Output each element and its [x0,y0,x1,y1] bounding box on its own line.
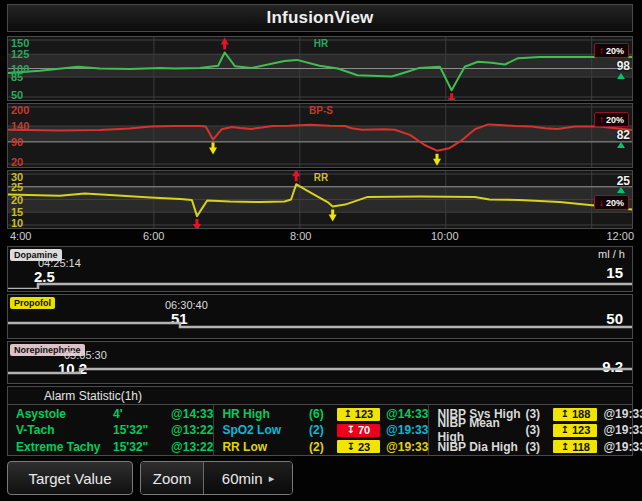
alarm-limit-value-box: ↧23 [337,440,380,453]
rr-deviation-value: 20% [606,198,624,208]
trend-down-icon: ↓ [599,198,604,208]
alarm-count: (3) [525,423,553,437]
rr-current-value: 25 [617,174,630,188]
parameter-alarm-row: NIBP Dia High(3)↥118@19:33 [429,439,642,454]
zoom-button[interactable]: Zoom [141,462,204,494]
title-bar: InfusionView [7,4,633,32]
rr-deviation-badge: ↓20% [594,195,629,210]
alarm-time: @19:33 [386,440,428,454]
alarm-time: @19:33 [603,423,642,437]
rr-plot: 3025201510RR [8,171,633,228]
alarm-extreme-value: 123 [572,424,590,436]
infusion-rate-step-line [8,247,632,289]
page-title: InfusionView [267,8,374,28]
y-axis-tick: 200 [11,104,29,116]
infusion-rate-step-line [8,342,632,381]
parameter-alarm-row: SpO2 Low(2)↧70@19:33 [214,423,428,438]
alarm-limit-value-box: ↥118 [553,440,597,453]
above-limit-icon: ↥ [561,409,569,419]
alarm-limit-value-box: ↥123 [553,424,597,437]
hr-target-arrow-icon [617,73,625,79]
time-axis: 4:00 6:00 8:00 10:00 12:00 [7,230,635,244]
y-axis-tick: 85 [11,71,23,83]
chart-title: RR [314,172,329,183]
chart-title: HR [314,38,329,49]
bp-target-arrow-icon [617,142,625,148]
alarm-time: @19:33 [386,423,428,437]
time-tick: 10:00 [431,230,459,242]
alarm-name: Extreme Tachy [8,440,113,454]
y-axis-tick: 25 [11,181,23,193]
hr-deviation-badge: ↑20% [594,43,629,58]
alarm-limit-value-box: ↧70 [337,424,380,437]
alarm-name: V-Tach [8,423,113,437]
parameter-alarm-row: NIBP Mean High(3)↥123@19:33 [429,423,642,438]
above-limit-icon: ↥ [561,425,569,435]
interval-value: 60min [222,470,263,487]
alarm-extreme-value: 118 [572,441,590,453]
infusion-row-propofol: Propofol06:30:405150 [7,294,633,339]
bp-trend-chart: ↑20% 82 2001409020BP-S [7,103,633,168]
trend-up-icon: ↑ [599,115,604,125]
alarm-name: HR High [214,407,309,421]
arrhythmia-alarm-row: Extreme Tachy15'32"@13:22 [8,439,213,454]
alarm-duration: 4' [113,407,171,421]
bp-s-plot: 2001409020BP-S [8,104,633,167]
alarm-count: (2) [309,440,337,454]
alarm-duration: 15'32" [113,440,171,454]
alarm-statistics-panel: Alarm Statistic(1h) Asystole4'@14:33V-Ta… [7,386,633,456]
alarm-time: @19:33 [603,407,642,421]
alarm-time: @19:33 [603,440,642,454]
alarm-time: @13:22 [171,440,213,454]
alarm-count: (3) [525,440,553,454]
hr-current-value: 98 [617,59,630,73]
bp-deviation-badge: ↑20% [594,112,629,127]
time-tick: 12:00 [606,230,634,242]
y-axis-tick: 150 [11,37,29,49]
alarm-time: @14:33 [386,407,428,421]
alarm-extreme-value: 23 [358,441,370,453]
below-limit-icon: ↧ [347,442,355,452]
alarm-name: Asystole [8,407,113,421]
hr-trend-chart: ↑20% 98 1501251008550HR [7,36,633,101]
alarm-extreme-value: 70 [358,424,370,436]
target-value-button[interactable]: Target Value [7,461,133,495]
alarm-duration: 15'32" [113,423,171,437]
alarm-count: (2) [309,423,337,437]
hr-deviation-value: 20% [606,46,624,56]
arrhythmia-alarm-column: Asystole4'@14:33V-Tach15'32"@13:22Extrem… [8,405,214,456]
below-limit-icon: ↧ [347,425,355,435]
hr-plot: 1501251008550HR [8,37,633,100]
alarm-statistics-header: Alarm Statistic(1h) [8,387,632,405]
bp-current-value: 82 [617,128,630,142]
nibp-alarm-column: NIBP Sys High(3)↥188@19:33NIBP Mean High… [429,405,642,456]
zoom-interval-button-group: Zoom 60min ▸ [140,461,293,495]
time-tick: 8:00 [290,230,311,242]
above-limit-icon: ↥ [343,409,351,419]
alarm-time: @14:33 [171,407,213,421]
alarm-name: RR Low [214,440,309,454]
rr-trend-chart: 25 ↓20% 3025201510RR [7,170,633,229]
target-value-label: Target Value [28,470,111,487]
alarm-extreme-value: 188 [572,408,590,420]
alarm-count: (6) [309,407,337,421]
time-tick: 4:00 [10,230,31,242]
y-axis-tick: 125 [11,48,29,60]
bp-deviation-value: 20% [606,115,624,125]
infusion-view-screen: InfusionView ↑20% 98 1501251008550HR ↑20… [0,0,642,501]
arrhythmia-alarm-row: V-Tach15'32"@13:22 [8,423,213,438]
alarm-count: (3) [525,407,553,421]
zoom-label: Zoom [153,470,191,487]
y-axis-tick: 90 [11,136,23,148]
alarm-extreme-value: 123 [355,408,373,420]
trend-up-icon: ↑ [599,46,604,56]
time-tick: 6:00 [143,230,164,242]
infusion-row-norepinephrine: Norepinephrine05:05:3010.29.2 [7,341,633,384]
y-axis-tick: 20 [11,156,23,168]
chevron-right-icon: ▸ [269,472,275,485]
y-axis-tick: 10 [11,217,23,229]
interval-select-button[interactable]: 60min ▸ [204,462,292,494]
infusion-row-dopamine: ml / h Dopamine04:25:142.515 [7,246,633,292]
infusion-rate-step-line [8,295,632,336]
y-axis-tick: 140 [11,120,29,132]
